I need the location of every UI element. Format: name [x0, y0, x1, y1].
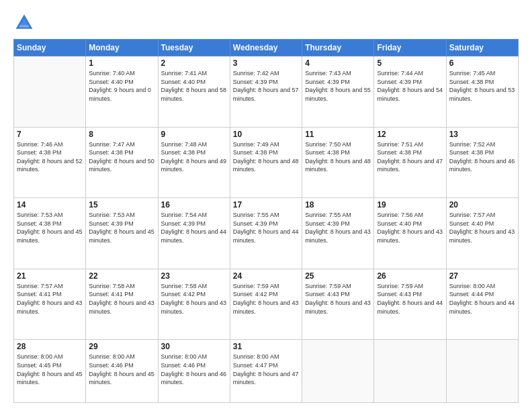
- day-cell: [302, 340, 374, 403]
- day-cell: 28Sunrise: 8:00 AMSunset: 4:45 PMDayligh…: [14, 340, 86, 403]
- day-cell: 25Sunrise: 7:59 AMSunset: 4:43 PMDayligh…: [302, 269, 374, 340]
- day-cell: 16Sunrise: 7:54 AMSunset: 4:39 PMDayligh…: [158, 198, 230, 269]
- day-info: Sunrise: 7:56 AMSunset: 4:40 PMDaylight:…: [377, 211, 443, 244]
- day-number: 28: [17, 342, 83, 351]
- day-cell: 23Sunrise: 7:58 AMSunset: 4:42 PMDayligh…: [158, 269, 230, 340]
- day-number: 7: [17, 130, 83, 139]
- day-number: 11: [305, 130, 371, 139]
- day-cell: 13Sunrise: 7:52 AMSunset: 4:38 PMDayligh…: [446, 127, 518, 198]
- day-cell: 18Sunrise: 7:55 AMSunset: 4:39 PMDayligh…: [302, 198, 374, 269]
- day-cell: [374, 340, 446, 403]
- day-info: Sunrise: 7:57 AMSunset: 4:40 PMDaylight:…: [449, 211, 515, 244]
- day-number: 23: [161, 271, 227, 281]
- day-cell: 12Sunrise: 7:51 AMSunset: 4:38 PMDayligh…: [374, 127, 446, 198]
- day-cell: 15Sunrise: 7:53 AMSunset: 4:39 PMDayligh…: [86, 198, 158, 269]
- day-number: 4: [305, 58, 371, 68]
- day-cell: 3Sunrise: 7:42 AMSunset: 4:39 PMDaylight…: [230, 56, 302, 128]
- day-number: 2: [161, 58, 227, 68]
- calendar-table: SundayMondayTuesdayWednesdayThursdayFrid…: [13, 39, 519, 403]
- week-row-4: 21Sunrise: 7:57 AMSunset: 4:41 PMDayligh…: [14, 269, 519, 340]
- day-number: 29: [89, 342, 154, 351]
- day-info: Sunrise: 8:00 AMSunset: 4:46 PMDaylight:…: [89, 353, 154, 386]
- day-number: 12: [377, 130, 443, 139]
- day-number: 13: [449, 130, 515, 139]
- day-info: Sunrise: 7:55 AMSunset: 4:39 PMDaylight:…: [305, 211, 371, 244]
- day-cell: 14Sunrise: 7:53 AMSunset: 4:38 PMDayligh…: [14, 198, 86, 269]
- day-number: 25: [305, 271, 371, 281]
- day-number: 14: [17, 200, 83, 210]
- day-number: 5: [377, 58, 443, 68]
- day-info: Sunrise: 7:48 AMSunset: 4:38 PMDaylight:…: [161, 140, 227, 174]
- day-header-wednesday: Wednesday: [230, 40, 302, 56]
- day-number: 19: [377, 200, 443, 210]
- day-number: 10: [233, 130, 299, 139]
- day-number: 27: [449, 271, 515, 281]
- day-number: 18: [305, 200, 371, 210]
- day-cell: 6Sunrise: 7:45 AMSunset: 4:38 PMDaylight…: [446, 56, 518, 128]
- day-cell: [14, 56, 86, 128]
- day-cell: 19Sunrise: 7:56 AMSunset: 4:40 PMDayligh…: [374, 198, 446, 269]
- day-cell: 11Sunrise: 7:50 AMSunset: 4:38 PMDayligh…: [302, 127, 374, 198]
- day-info: Sunrise: 7:42 AMSunset: 4:39 PMDaylight:…: [233, 69, 299, 103]
- day-header-friday: Friday: [374, 40, 446, 56]
- day-cell: 27Sunrise: 8:00 AMSunset: 4:44 PMDayligh…: [446, 269, 518, 340]
- day-info: Sunrise: 8:00 AMSunset: 4:45 PMDaylight:…: [17, 353, 83, 386]
- day-number: 21: [17, 271, 83, 281]
- day-info: Sunrise: 7:44 AMSunset: 4:39 PMDaylight:…: [377, 69, 443, 103]
- day-info: Sunrise: 7:49 AMSunset: 4:38 PMDaylight:…: [233, 140, 299, 174]
- day-cell: 20Sunrise: 7:57 AMSunset: 4:40 PMDayligh…: [446, 198, 518, 269]
- day-info: Sunrise: 7:58 AMSunset: 4:41 PMDaylight:…: [89, 282, 154, 316]
- day-info: Sunrise: 7:53 AMSunset: 4:39 PMDaylight:…: [89, 211, 154, 244]
- day-cell: 7Sunrise: 7:46 AMSunset: 4:38 PMDaylight…: [14, 127, 86, 198]
- day-number: 20: [449, 200, 515, 210]
- day-number: 17: [233, 200, 299, 210]
- week-row-3: 14Sunrise: 7:53 AMSunset: 4:38 PMDayligh…: [14, 198, 519, 269]
- day-cell: 8Sunrise: 7:47 AMSunset: 4:38 PMDaylight…: [86, 127, 158, 198]
- day-cell: 24Sunrise: 7:59 AMSunset: 4:42 PMDayligh…: [230, 269, 302, 340]
- day-number: 9: [161, 130, 227, 139]
- day-header-sunday: Sunday: [14, 40, 86, 56]
- week-row-1: 1Sunrise: 7:40 AMSunset: 4:40 PMDaylight…: [14, 56, 519, 128]
- day-cell: 5Sunrise: 7:44 AMSunset: 4:39 PMDaylight…: [374, 56, 446, 128]
- day-info: Sunrise: 7:47 AMSunset: 4:38 PMDaylight:…: [89, 140, 154, 174]
- day-info: Sunrise: 7:43 AMSunset: 4:39 PMDaylight:…: [305, 69, 371, 103]
- week-row-2: 7Sunrise: 7:46 AMSunset: 4:38 PMDaylight…: [14, 127, 519, 198]
- day-info: Sunrise: 7:59 AMSunset: 4:42 PMDaylight:…: [233, 282, 299, 316]
- day-header-thursday: Thursday: [302, 40, 374, 56]
- day-info: Sunrise: 8:00 AMSunset: 4:44 PMDaylight:…: [449, 282, 515, 316]
- day-header-tuesday: Tuesday: [158, 40, 230, 56]
- day-info: Sunrise: 7:57 AMSunset: 4:41 PMDaylight:…: [17, 282, 83, 316]
- day-cell: 30Sunrise: 8:00 AMSunset: 4:46 PMDayligh…: [158, 340, 230, 403]
- day-info: Sunrise: 7:58 AMSunset: 4:42 PMDaylight:…: [161, 282, 227, 316]
- day-number: 30: [161, 342, 227, 351]
- day-info: Sunrise: 7:51 AMSunset: 4:38 PMDaylight:…: [377, 140, 443, 174]
- day-info: Sunrise: 7:55 AMSunset: 4:39 PMDaylight:…: [233, 211, 299, 244]
- day-info: Sunrise: 7:41 AMSunset: 4:40 PMDaylight:…: [161, 69, 227, 103]
- day-cell: 26Sunrise: 7:59 AMSunset: 4:43 PMDayligh…: [374, 269, 446, 340]
- day-number: 31: [233, 342, 299, 351]
- day-info: Sunrise: 7:46 AMSunset: 4:38 PMDaylight:…: [17, 140, 83, 174]
- page: SundayMondayTuesdayWednesdayThursdayFrid…: [0, 0, 532, 411]
- day-number: 8: [89, 130, 154, 139]
- day-number: 22: [89, 271, 154, 281]
- svg-rect-2: [19, 26, 29, 28]
- header: [13, 12, 519, 34]
- day-cell: 17Sunrise: 7:55 AMSunset: 4:39 PMDayligh…: [230, 198, 302, 269]
- day-info: Sunrise: 7:59 AMSunset: 4:43 PMDaylight:…: [377, 282, 443, 316]
- day-number: 26: [377, 271, 443, 281]
- day-number: 6: [449, 58, 515, 68]
- calendar-header-row: SundayMondayTuesdayWednesdayThursdayFrid…: [14, 40, 519, 56]
- day-cell: 31Sunrise: 8:00 AMSunset: 4:47 PMDayligh…: [230, 340, 302, 403]
- day-cell: 4Sunrise: 7:43 AMSunset: 4:39 PMDaylight…: [302, 56, 374, 128]
- day-number: 3: [233, 58, 299, 68]
- day-cell: 10Sunrise: 7:49 AMSunset: 4:38 PMDayligh…: [230, 127, 302, 198]
- day-info: Sunrise: 8:00 AMSunset: 4:47 PMDaylight:…: [233, 353, 299, 386]
- day-cell: [446, 340, 518, 403]
- day-number: 15: [89, 200, 154, 210]
- day-cell: 1Sunrise: 7:40 AMSunset: 4:40 PMDaylight…: [86, 56, 158, 128]
- day-number: 16: [161, 200, 227, 210]
- day-info: Sunrise: 7:54 AMSunset: 4:39 PMDaylight:…: [161, 211, 227, 244]
- day-cell: 2Sunrise: 7:41 AMSunset: 4:40 PMDaylight…: [158, 56, 230, 128]
- day-info: Sunrise: 7:40 AMSunset: 4:40 PMDaylight:…: [89, 69, 154, 103]
- day-number: 1: [89, 58, 154, 68]
